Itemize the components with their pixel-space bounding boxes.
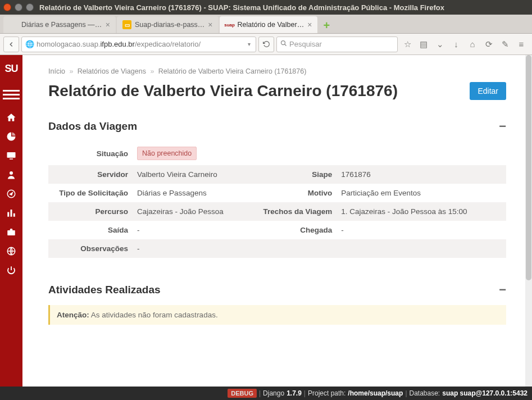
sidebar-home-icon[interactable] [0,108,22,127]
field-value: - [133,221,252,239]
field-label: Percurso [48,202,133,221]
warning-text: As atividades não foram cadastradas. [89,311,218,319]
debug-path-value: /home/suap/suap [348,389,403,397]
warning-label: Atenção: [57,311,89,319]
svg-rect-6 [7,212,9,217]
breadcrumb: Início » Relatórios de Viagens » Relatór… [48,67,506,75]
content-row: SU Início » Relatórios de Viagens » Rela… [0,55,532,387]
edit-button[interactable]: Editar [470,82,506,100]
breadcrumb-item[interactable]: Início [48,67,65,75]
search-icon [280,40,287,48]
breadcrumb-separator: » [150,67,154,75]
tab-label: Suap-diarias-e-pass… [135,21,204,29]
breadcrumb-item[interactable]: Relatórios de Viagens [78,67,146,75]
field-value: Diárias e Passagens [133,184,252,202]
debug-django-version: 1.7.9 [287,389,302,397]
url-bar[interactable]: 🌐 homologacao.suap.ifpb.edu.br/expedicao… [21,37,256,52]
svg-rect-9 [7,230,15,235]
svg-rect-2 [7,152,16,158]
sidebar-chart-icon[interactable] [0,203,22,222]
table-row: Tipo de Solicitação Diárias e Passagens … [48,184,506,202]
debug-db-label: Database: [410,389,440,397]
table-row: Saída - Chegada - [48,221,506,239]
pocket-icon[interactable]: ⌄ [433,37,447,52]
close-tab-icon[interactable]: × [307,20,312,29]
field-value: 1. Cajazeiras - João Pessoa às 15:00 [337,202,506,221]
scrollbar-thumb[interactable] [526,55,531,280]
window-titlebar: Relatório de Valberto Vieira Carneiro (1… [0,0,532,15]
collapse-toggle[interactable]: − [499,283,506,297]
page-content: Início » Relatórios de Viagens » Relatór… [22,55,532,387]
field-label: Servidor [48,165,133,184]
sidebar-briefcase-icon[interactable] [0,222,22,242]
clipboard-icon[interactable]: ▤ [416,37,431,52]
browser-navbar: 🌐 homologacao.suap.ifpb.edu.br/expedicao… [0,34,532,55]
app-sidebar: SU [0,55,22,387]
close-tab-icon[interactable]: × [106,20,110,29]
field-label: Tipo de Solicitação [48,184,133,202]
field-label: Situação [48,142,133,165]
debug-django-label: Django [263,389,284,397]
favicon-slides-icon: ▭ [122,20,131,29]
close-tab-icon[interactable]: × [208,20,212,29]
section-header: Dados da Viagem − [48,119,506,134]
status-badge: Não preenchido [137,147,197,160]
field-label: Motivo [252,184,337,202]
sidebar-user-icon[interactable] [0,165,22,184]
browser-tab-2[interactable]: suap Relatório de Valber… × [220,16,318,33]
debug-db-value: suap suap@127.0.0.1:5432 [442,389,528,397]
browser-tab-0[interactable]: Diárias e Passagens — … × [3,16,116,33]
section-atividades: Atividades Realizadas − Atenção: As ativ… [48,283,506,325]
window-title: Relatório de Valberto Vieira Carneiro (1… [39,3,444,12]
sidebar-menu-toggle[interactable] [3,94,20,96]
vertical-scrollbar[interactable] [525,55,532,387]
table-row: Percurso Cajazeiras - João Pessoa Trecho… [48,202,506,221]
field-value: Particiação em Eventos [337,184,506,202]
field-value: 1761876 [337,165,506,184]
downloads-icon[interactable]: ↓ [449,37,463,52]
search-placeholder: Pesquisar [289,40,322,48]
favicon-suap-icon: suap [225,20,234,29]
sidebar-monitor-icon[interactable] [0,146,22,165]
svg-rect-8 [13,213,15,217]
tab-label: Diárias e Passagens — … [21,21,102,29]
back-button[interactable] [3,37,19,52]
section-title: Atividades Realizadas [48,284,161,296]
warning-box: Atenção: As atividades não foram cadastr… [48,305,506,325]
search-bar[interactable]: Pesquisar [276,37,398,52]
window-close-button[interactable] [3,3,11,11]
svg-rect-3 [10,158,13,160]
table-row: Situação Não preenchido [48,142,506,165]
new-tab-button[interactable]: + [319,17,334,33]
field-value: Valberto Vieira Carneiro [133,165,252,184]
browser-tab-1[interactable]: ▭ Suap-diarias-e-pass… × [117,16,219,33]
url-path: /expedicao/relatorio/ [135,40,201,48]
window-minimize-button[interactable] [15,3,22,11]
reload-button[interactable] [258,37,274,52]
sidebar-pie-icon[interactable] [0,127,22,146]
url-prefix: homologacao.suap. [37,40,100,48]
home-icon[interactable]: ⌂ [465,37,480,52]
bookmark-star-icon[interactable]: ☆ [400,37,415,52]
window-maximize-button[interactable] [26,3,34,11]
svg-line-1 [285,44,287,46]
sidebar-power-icon[interactable] [0,261,22,280]
field-label: Chegada [252,221,337,239]
sidebar-globe-icon[interactable] [0,242,22,261]
field-label: Observações [48,239,133,258]
debug-tag: DEBUG [228,389,257,398]
edit-icon[interactable]: ✎ [498,37,512,52]
table-row: Servidor Valberto Vieira Carneiro Siape … [48,165,506,184]
tab-label: Relatório de Valber… [238,21,304,29]
sync-icon[interactable]: ⟳ [481,37,496,52]
browser-tabstrip: Diárias e Passagens — … × ▭ Suap-diarias… [0,15,532,34]
django-debug-toolbar: DEBUG | Django 1.7.9 | Project path: /ho… [0,387,532,400]
arrow-left-icon [7,40,15,48]
collapse-toggle[interactable]: − [499,119,506,134]
trip-data-table: Situação Não preenchido Servidor Valbert… [48,142,506,258]
field-value: - [133,239,506,258]
menu-icon[interactable]: ≡ [514,37,529,52]
sidebar-compass-icon[interactable] [0,184,22,203]
table-row: Observações - [48,239,506,258]
dropdown-icon[interactable]: ▾ [246,41,252,47]
